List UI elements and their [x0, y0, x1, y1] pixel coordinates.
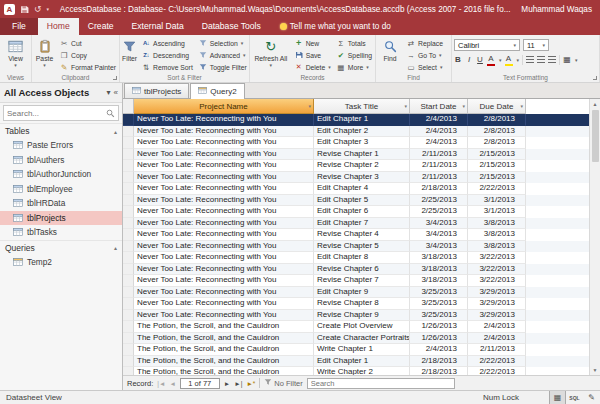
cell-project-name[interactable]: Never Too Late: Reconnecting with You [134, 218, 314, 230]
table-row[interactable]: Never Too Late: Reconnecting with You Re… [123, 264, 589, 276]
table-row[interactable]: Never Too Late: Reconnecting with You Re… [123, 241, 589, 253]
cell-project-name[interactable]: Never Too Late: Reconnecting with You [134, 275, 314, 287]
table-row[interactable]: Never Too Late: Reconnecting with You Re… [123, 275, 589, 287]
cell-task-title[interactable]: Write Chapter 2 [314, 367, 410, 375]
cell-start-date[interactable]: 3/25/2013 [410, 287, 468, 299]
record-selector[interactable] [123, 172, 134, 184]
cell-project-name[interactable]: The Potion, the Scroll, and the Cauldron [134, 356, 314, 368]
cell-task-title[interactable]: Revise Chapter 3 [314, 172, 410, 184]
cell-start-date[interactable]: 2/4/2013 [410, 126, 468, 138]
nav-item-tblemployee[interactable]: tblEmployee [0, 182, 122, 197]
cell-start-date[interactable]: 2/25/2013 [410, 195, 468, 207]
cell-due-date[interactable]: 2/4/2013 [468, 333, 526, 345]
nav-item-temp2[interactable]: Temp2 [0, 255, 122, 270]
shutter-bar-close-icon[interactable]: « [114, 88, 118, 97]
cell-task-title[interactable]: Edit Chapter 8 [314, 252, 410, 264]
scroll-down-icon[interactable]: ▼ [593, 365, 598, 375]
cell-project-name[interactable]: Never Too Late: Reconnecting with You [134, 126, 314, 138]
cell-start-date[interactable]: 2/11/2013 [410, 172, 468, 184]
filter-button[interactable]: Filter [122, 37, 137, 74]
cell-project-name[interactable]: Never Too Late: Reconnecting with You [134, 298, 314, 310]
cell-due-date[interactable]: 2/15/2013 [468, 172, 526, 184]
new-blank-record-button[interactable]: ►* [246, 377, 255, 390]
record-selector[interactable] [123, 206, 134, 218]
cell-project-name[interactable]: The Potion, the Scroll, and the Cauldron [134, 321, 314, 333]
dialog-launcher-icon[interactable] [113, 76, 117, 80]
totals-button[interactable]: ΣTotals [335, 37, 373, 49]
cell-due-date[interactable]: 3/1/2013 [468, 206, 526, 218]
cell-due-date[interactable]: 2/15/2013 [468, 160, 526, 172]
record-selector[interactable] [123, 229, 134, 241]
record-selector[interactable] [123, 344, 134, 356]
cell-due-date[interactable]: 2/22/2013 [468, 367, 526, 375]
cell-start-date[interactable]: 3/4/2013 [410, 241, 468, 253]
datasheet-view-button[interactable]: ▦ [549, 391, 566, 404]
align-center-icon[interactable] [537, 56, 545, 64]
cell-task-title[interactable]: Revise Chapter 1 [314, 149, 410, 161]
cell-task-title[interactable]: Edit Chapter 5 [314, 195, 410, 207]
next-record-button[interactable]: ► [224, 377, 230, 390]
cell-project-name[interactable]: Never Too Late: Reconnecting with You [134, 137, 314, 149]
cell-task-title[interactable]: Create Plot Overview [314, 321, 410, 333]
cell-start-date[interactable]: 2/4/2013 [410, 114, 468, 126]
cell-due-date[interactable]: 3/22/2013 [468, 275, 526, 287]
cell-start-date[interactable]: 2/11/2013 [410, 160, 468, 172]
cell-project-name[interactable]: Never Too Late: Reconnecting with You [134, 287, 314, 299]
table-row[interactable]: Never Too Late: Reconnecting with You Ed… [123, 137, 589, 149]
table-row[interactable]: Never Too Late: Reconnecting with You Ed… [123, 183, 589, 195]
filter-dropdown-icon[interactable]: ▾ [308, 103, 311, 109]
table-row[interactable]: Never Too Late: Reconnecting with You Ed… [123, 126, 589, 138]
record-position[interactable]: 1 of 77 [180, 378, 220, 389]
cell-start-date[interactable]: 2/25/2013 [410, 206, 468, 218]
record-selector[interactable] [123, 126, 134, 138]
ribbon-tab-create[interactable]: Create [79, 18, 123, 35]
cell-task-title[interactable]: Edit Chapter 4 [314, 183, 410, 195]
cell-project-name[interactable]: Never Too Late: Reconnecting with You [134, 252, 314, 264]
cell-task-title[interactable]: Edit Chapter 9 [314, 287, 410, 299]
record-selector[interactable] [123, 367, 134, 375]
table-row[interactable]: Never Too Late: Reconnecting with You Ed… [123, 287, 589, 299]
go-to-button[interactable]: →Go To▾ [405, 49, 444, 61]
cell-due-date[interactable]: 2/4/2013 [468, 321, 526, 333]
first-record-button[interactable]: |◄ [157, 377, 165, 390]
column-header-start-date[interactable]: Start Date ▾ [410, 99, 468, 114]
cell-project-name[interactable]: Never Too Late: Reconnecting with You [134, 241, 314, 253]
cell-due-date[interactable]: 3/29/2013 [468, 287, 526, 299]
table-row[interactable]: Never Too Late: Reconnecting with You Ed… [123, 195, 589, 207]
cell-due-date[interactable]: 2/8/2013 [468, 126, 526, 138]
cell-due-date[interactable]: 3/29/2013 [468, 310, 526, 322]
cell-task-title[interactable]: Revise Chapter 9 [314, 310, 410, 322]
filter-dropdown-icon[interactable]: ▾ [462, 103, 465, 109]
ascending-button[interactable]: A↓Ascending [140, 37, 194, 49]
spelling-button[interactable]: ✔Spelling [335, 49, 373, 61]
cell-task-title[interactable]: Create Character Portraits [314, 333, 410, 345]
record-selector[interactable] [123, 356, 134, 368]
nav-pane-header[interactable]: All Access Objects ▾ « [0, 83, 122, 103]
select-button[interactable]: ▭Select▾ [405, 61, 444, 73]
table-row[interactable]: Never Too Late: Reconnecting with You Re… [123, 172, 589, 184]
record-selector[interactable] [123, 218, 134, 230]
record-selector[interactable] [123, 183, 134, 195]
cell-task-title[interactable]: Write Chapter 1 [314, 344, 410, 356]
record-selector[interactable] [123, 195, 134, 207]
design-view-button[interactable]: ✎ [583, 391, 600, 404]
table-row[interactable]: The Potion, the Scroll, and the Cauldron… [123, 344, 589, 356]
cell-due-date[interactable]: 3/8/2013 [468, 229, 526, 241]
filter-dropdown-icon[interactable]: ▾ [404, 103, 407, 109]
table-row[interactable]: Never Too Late: Reconnecting with You Re… [123, 229, 589, 241]
tell-me-box[interactable]: Tell me what you want to do [280, 18, 391, 35]
cell-project-name[interactable]: Never Too Late: Reconnecting with You [134, 183, 314, 195]
chevron-down-icon[interactable]: ▾ [107, 88, 111, 97]
cell-due-date[interactable]: 2/22/2013 [468, 356, 526, 368]
save-record-button[interactable]: Save [293, 49, 332, 61]
font-color-button[interactable]: A [487, 54, 495, 66]
cell-task-title[interactable]: Revise Chapter 4 [314, 229, 410, 241]
user-name[interactable]: Muhammad Waqas [521, 5, 592, 14]
nav-group-header[interactable]: Queries ▴ [0, 240, 122, 255]
cell-project-name[interactable]: Never Too Late: Reconnecting with You [134, 160, 314, 172]
cell-project-name[interactable]: Never Too Late: Reconnecting with You [134, 114, 314, 126]
doc-tab-tblprojects[interactable]: tblProjects [124, 83, 189, 98]
italic-button[interactable]: I [465, 55, 473, 65]
cell-project-name[interactable]: Never Too Late: Reconnecting with You [134, 310, 314, 322]
dialog-launcher-icon[interactable] [593, 76, 597, 80]
